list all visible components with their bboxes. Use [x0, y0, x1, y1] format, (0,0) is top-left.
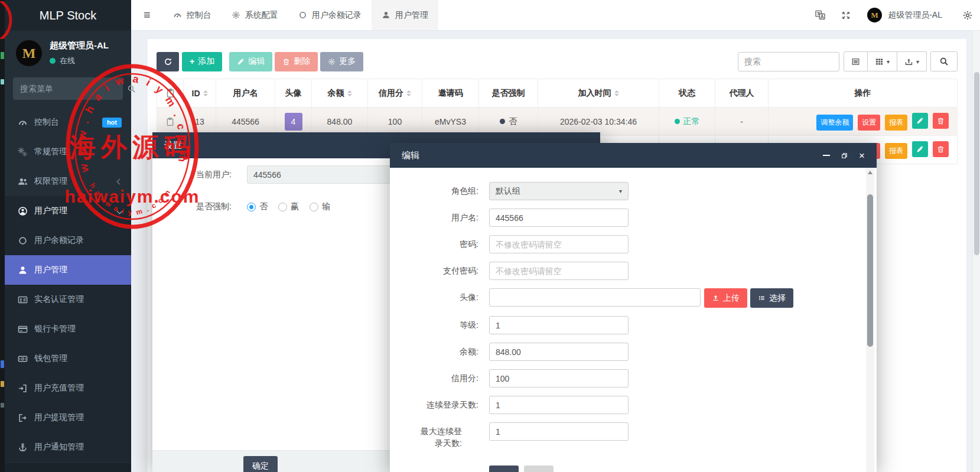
scrollbar-thumb[interactable] — [974, 72, 979, 255]
sidebar-item-realname-auth[interactable]: 实名认证管理 — [5, 285, 131, 314]
radio-win[interactable] — [278, 203, 287, 211]
brand-logo[interactable]: MLP Stock — [5, 0, 131, 31]
radio-lose[interactable] — [310, 203, 318, 211]
row-edit-button[interactable] — [912, 113, 928, 129]
scroll-up-arrow-icon[interactable] — [868, 171, 872, 174]
fullscreen-icon[interactable] — [841, 11, 851, 20]
choose-button[interactable]: 选择 — [750, 288, 793, 308]
pay-password-field[interactable] — [489, 262, 629, 280]
confirm-button[interactable]: 确定 — [243, 456, 278, 472]
edit-button[interactable]: 编辑 — [229, 52, 272, 71]
col-agent[interactable]: 代理人 — [715, 79, 769, 108]
sidebar-item-bank-card[interactable]: 银行卡管理 — [5, 314, 131, 344]
report-button[interactable]: 报表 — [885, 115, 907, 131]
more-button[interactable]: 更多 — [320, 52, 363, 71]
avatar-field[interactable] — [489, 288, 701, 307]
max-login-days-field[interactable] — [489, 422, 629, 441]
sidebar-item-user-balance-log[interactable]: 用户余额记录 — [5, 226, 131, 255]
page-scrollbar[interactable] — [972, 31, 980, 472]
settings-button[interactable]: 设置 — [858, 115, 880, 131]
sidebar-item-permissions[interactable]: 权限管理 — [5, 167, 131, 196]
sidebar-item-user-withdraw[interactable]: 用户提现管理 — [5, 403, 131, 432]
export-button[interactable]: ▾ — [897, 51, 927, 71]
cell-balance: 848.00 — [312, 108, 368, 136]
edit-modal-header[interactable]: 编辑 × — [390, 143, 877, 168]
row-edit-button[interactable] — [912, 141, 928, 157]
sort-icon[interactable] — [614, 90, 619, 96]
forced-label: 是否强制: — [152, 201, 232, 212]
sidebar-item-user-notice[interactable]: 用户通知管理 — [5, 432, 131, 462]
tab-system-config[interactable]: 系统配置 — [222, 0, 288, 30]
level-field[interactable] — [489, 316, 629, 334]
translate-icon[interactable] — [815, 9, 826, 21]
chevron-down-icon — [117, 208, 123, 214]
field-label: 余额: — [401, 343, 478, 358]
add-button[interactable]: + 添加 — [182, 52, 222, 71]
refresh-button[interactable] — [157, 52, 179, 71]
adjust-balance-button[interactable]: 调整余额 — [816, 115, 853, 131]
sort-icon[interactable] — [347, 90, 352, 96]
balance-field[interactable] — [489, 343, 629, 361]
form-row-balance: 余额: — [401, 343, 877, 361]
upload-button[interactable]: 上传 — [704, 288, 747, 308]
col-invite-code[interactable]: 邀请码 — [422, 79, 479, 108]
tab-user-management[interactable]: 用户管理 — [372, 0, 438, 30]
tab-dashboard[interactable]: 控制台 — [163, 0, 222, 30]
sidebar-item-label: 用户充值管理 — [34, 383, 84, 393]
col-join-time[interactable]: 加入时间 — [538, 79, 659, 108]
avatar[interactable]: M — [867, 8, 882, 22]
search-submit-button[interactable] — [930, 51, 958, 71]
col-forced[interactable]: 是否强制 — [479, 79, 538, 108]
avatar[interactable]: M — [15, 40, 43, 67]
sort-icon[interactable] — [406, 90, 411, 96]
more-label: 更多 — [339, 56, 356, 67]
tab-user-balance-log[interactable]: 用户余额记录 — [288, 0, 372, 30]
row-checkbox[interactable] — [157, 108, 184, 136]
maximize-icon[interactable] — [841, 152, 848, 159]
sidebar-item-wallet[interactable]: 钱包管理 — [5, 344, 131, 373]
navbar-user-name[interactable]: 超级管理员-AL — [888, 10, 942, 21]
close-icon[interactable]: × — [859, 151, 865, 161]
columns-button[interactable]: ▾ — [868, 51, 897, 71]
form-row-password: 密码: — [401, 235, 877, 253]
edit-confirm-button-partial[interactable] — [489, 466, 519, 472]
col-credit[interactable]: 信用分 — [368, 79, 422, 108]
cell-forced: 否 — [479, 108, 538, 136]
credit-field[interactable] — [489, 369, 629, 388]
settings-gear-icon[interactable] — [962, 10, 973, 21]
sidebar-item-dashboard[interactable]: 控制台 hot — [5, 108, 131, 137]
background-window-edge — [0, 0, 5, 472]
col-balance[interactable]: 余额 — [312, 79, 368, 108]
sidebar-item-general[interactable]: 常规管理 — [5, 137, 131, 167]
password-field[interactable] — [489, 235, 629, 253]
edit-reset-button-partial[interactable] — [524, 466, 554, 472]
delete-button[interactable]: 删除 — [275, 52, 318, 71]
col-status[interactable]: 状态 — [659, 79, 715, 108]
row-delete-button[interactable] — [933, 113, 949, 129]
hamburger-menu-icon[interactable]: ≡ — [131, 8, 163, 22]
col-username[interactable]: 用户名 — [216, 79, 275, 108]
sidebar-item-user-management[interactable]: 用户管理 — [5, 255, 131, 285]
scrollbar-thumb[interactable] — [867, 194, 873, 347]
login-days-field[interactable] — [489, 396, 629, 414]
table-search-input[interactable] — [738, 52, 839, 71]
sidebar-item-user-recharge[interactable]: 用户充值管理 — [5, 373, 131, 403]
radio-no[interactable] — [247, 203, 256, 211]
sidebar-item-user-management-group[interactable]: 用户管理 — [5, 196, 131, 226]
role-group-select[interactable]: 默认组 ▾ — [489, 182, 629, 200]
refresh-icon — [164, 57, 172, 66]
form-row-rolegroup: 角色组: 默认组 ▾ — [401, 182, 877, 200]
hot-badge: hot — [102, 118, 122, 128]
row-delete-button[interactable] — [933, 141, 949, 157]
modal-scrollbar[interactable] — [866, 168, 874, 472]
sidebar-search-input[interactable] — [20, 84, 127, 93]
col-id[interactable]: ID — [184, 79, 216, 108]
table-row[interactable]: 13 445566 4 848.00 100 eMvYS3 否 2026-02-… — [157, 108, 958, 136]
select-all-checkbox[interactable] — [157, 79, 184, 108]
report-button[interactable]: 报表 — [885, 143, 907, 159]
sort-icon[interactable] — [203, 90, 208, 96]
minimize-icon[interactable] — [823, 155, 830, 156]
username-field[interactable] — [489, 209, 629, 227]
radio-label: 输 — [322, 201, 330, 212]
detail-view-button[interactable] — [844, 51, 868, 71]
